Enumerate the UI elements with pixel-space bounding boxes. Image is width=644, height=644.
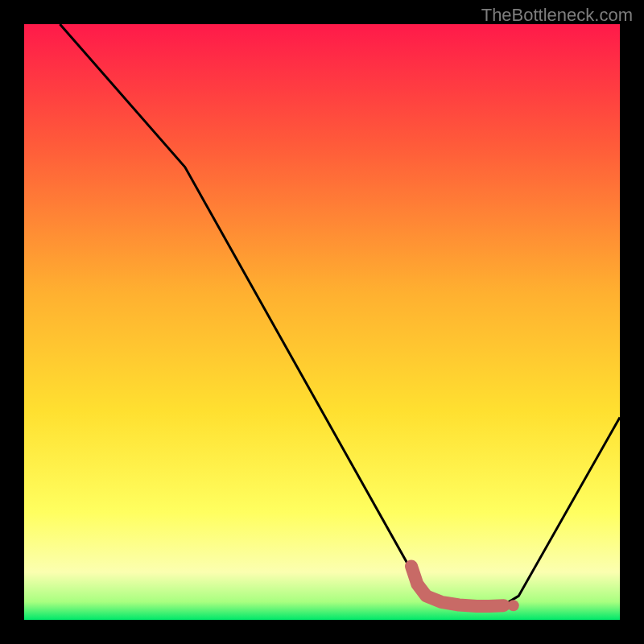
watermark-text: TheBottleneck.com <box>481 5 633 26</box>
chart-canvas <box>24 24 620 620</box>
optimal-point-dot <box>508 600 519 611</box>
chart-frame <box>24 24 620 620</box>
gradient-background <box>24 24 620 620</box>
